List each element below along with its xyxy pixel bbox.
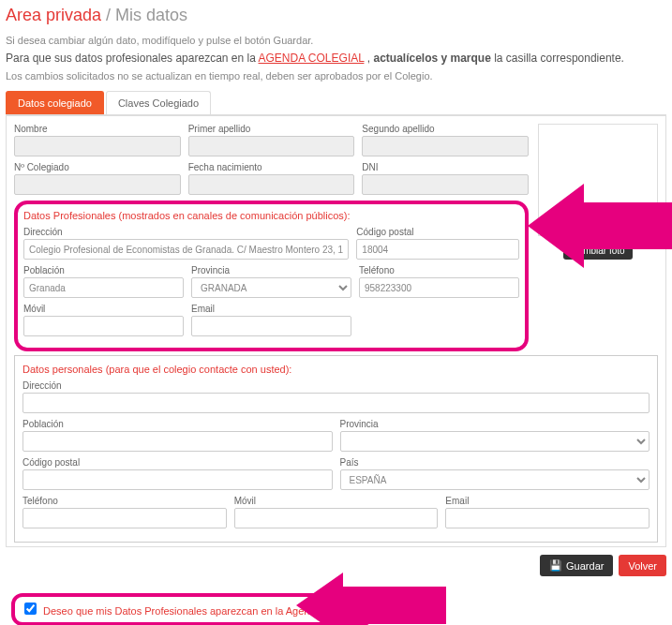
breadcrumb: Area privada / Mis datos [6, 6, 666, 25]
datos-profesionales-highlight: Datos Profesionales (mostrados en canale… [14, 201, 529, 351]
datos-personales-section: Datos personales (para que el colegio co… [14, 355, 658, 543]
prof-movil-label: Móvil [23, 304, 184, 314]
pers-prov-select[interactable] [340, 431, 650, 452]
save-icon: 💾 [549, 559, 562, 572]
agenda-check-row: Deseo que mis Datos Profesionales aparez… [6, 584, 666, 625]
ap2-input[interactable] [362, 136, 529, 156]
prof-tel-input[interactable] [359, 277, 519, 298]
prof-cp-label: Código postal [356, 227, 519, 237]
prof-prov-select[interactable]: GRANADA [191, 277, 351, 298]
pers-pob-input[interactable] [22, 431, 333, 452]
guardar-button[interactable]: 💾Guardar [540, 555, 613, 576]
fnac-label: Fecha nacimiento [188, 162, 355, 172]
pers-tel-label: Teléfono [22, 496, 227, 506]
pers-pob-label: Población [22, 419, 333, 429]
pers-pais-label: País [340, 457, 650, 468]
prof-dir-input[interactable] [23, 239, 349, 260]
pers-dir-label: Dirección [22, 380, 650, 391]
prof-pob-label: Población [23, 265, 184, 275]
prof-dir-label: Dirección [23, 227, 349, 237]
prof-cp-input[interactable] [356, 239, 519, 260]
cambiar-foto-button[interactable]: Cambiar foto [563, 242, 632, 260]
tabs: Datos colegiado Claves Colegiado [6, 91, 666, 115]
pers-movil-label: Móvil [234, 496, 439, 506]
prof-title: Datos Profesionales (mostrados en canale… [23, 210, 519, 221]
intro-line1: Si desea cambiar algún dato, modifíquelo… [6, 35, 666, 46]
dni-input[interactable] [362, 174, 529, 195]
prof-movil-input[interactable] [23, 316, 184, 336]
pers-prov-label: Provincia [340, 419, 650, 429]
intro-line2: Para que sus datos profesionales aparezc… [6, 52, 666, 65]
tab-claves-colegiado[interactable]: Claves Colegiado [106, 91, 211, 114]
breadcrumb-level2: Mis datos [115, 6, 187, 24]
intro-line3: Los cambios solicitados no se actualizan… [6, 70, 666, 82]
ncol-label: Nº Colegiado [14, 162, 181, 172]
volver-button[interactable]: Volver [619, 555, 666, 576]
agenda-check-highlight: Deseo que mis Datos Profesionales aparez… [11, 593, 374, 625]
button-bar: 💾Guardar Volver [6, 555, 666, 576]
prof-tel-label: Teléfono [359, 265, 519, 275]
dni-label: DNI [362, 162, 529, 172]
ap2-label: Segundo apellido [362, 124, 529, 134]
pers-email-input[interactable] [445, 508, 650, 528]
photo-placeholder [538, 124, 658, 236]
ap1-input[interactable] [188, 136, 355, 156]
prof-email-label: Email [191, 304, 351, 314]
fnac-input[interactable] [188, 174, 355, 195]
prof-prov-label: Provincia [191, 265, 351, 275]
pers-cp-input[interactable] [22, 469, 333, 490]
pers-email-label: Email [445, 496, 650, 506]
nombre-label: Nombre [14, 124, 181, 134]
nombre-input[interactable] [14, 136, 181, 156]
form-area: Nombre Primer apellido Segundo apellido … [6, 115, 666, 547]
agenda-colegial-link[interactable]: AGENDA COLEGIAL [259, 52, 365, 65]
pers-title: Datos personales (para que el colegio co… [22, 364, 650, 375]
photo-box: Cambiar foto [538, 124, 658, 351]
breadcrumb-level1: Area privada [6, 6, 101, 24]
pers-cp-label: Código postal [22, 457, 333, 468]
pers-dir-input[interactable] [22, 393, 650, 413]
pers-movil-input[interactable] [234, 508, 439, 528]
pers-tel-input[interactable] [22, 508, 227, 528]
pers-pais-select[interactable]: ESPAÑA [340, 469, 650, 490]
prof-email-input[interactable] [191, 316, 351, 336]
agenda-checkbox[interactable] [24, 603, 37, 615]
ap1-label: Primer apellido [188, 124, 355, 134]
ncol-input[interactable] [14, 174, 181, 195]
agenda-check-label: Deseo que mis Datos Profesionales aparez… [43, 605, 361, 617]
tab-datos-colegiado[interactable]: Datos colegiado [6, 91, 104, 114]
prof-pob-input[interactable] [23, 277, 184, 298]
